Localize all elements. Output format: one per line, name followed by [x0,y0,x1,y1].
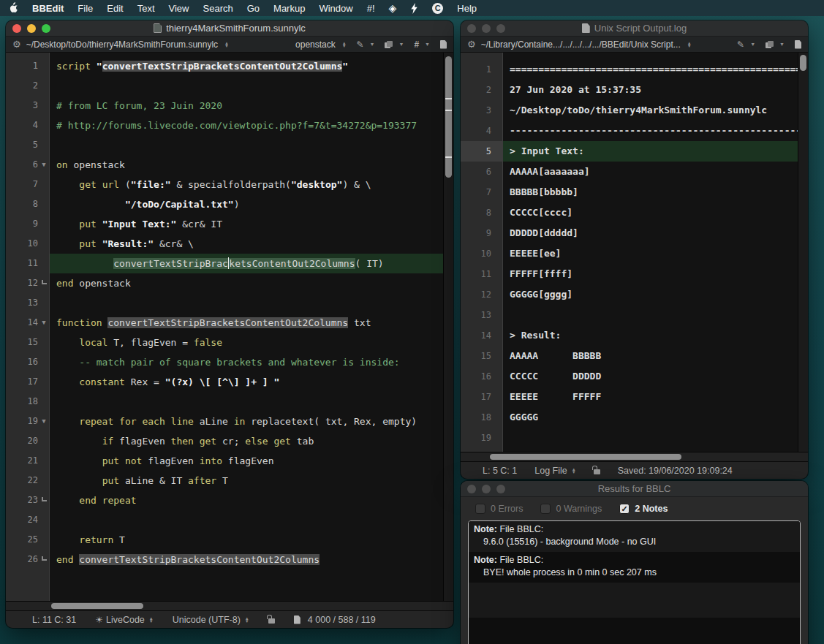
code-line[interactable]: 227 Jun 2020 at 15:37:35 [461,80,798,100]
code-line[interactable]: 17EEEEE FFFFF [461,387,798,407]
code-line[interactable]: 9 put "Input Text:" &cr& IT [6,214,443,234]
note-item[interactable]: Note: File BBLC:9.6.0 (15516) - backgrou… [469,521,800,552]
code-line[interactable]: 6▼on openstack [6,155,443,175]
unlocked-icon[interactable] [268,618,275,624]
code-line[interactable]: 22 put aLine & IT after T [6,471,443,490]
filter-checkbox-0-warnings[interactable]: 0 Warnings [540,504,602,514]
gear-icon[interactable]: ⚙ [12,39,21,50]
lightning-icon[interactable] [410,3,418,14]
fold-start-icon[interactable]: ▼ [38,313,50,333]
code-line[interactable]: 8 "/toDo/Capital.txt") [6,194,443,214]
scrollbar-thumb[interactable] [51,603,143,609]
menu-item-go[interactable]: Go [247,3,260,14]
language-popup[interactable]: ☀ LiveCode ▲▼ [95,615,154,625]
c-circle-icon[interactable]: C [432,3,443,14]
close-button[interactable] [12,24,21,33]
minimize-button[interactable] [27,24,36,33]
file-path-popup[interactable]: ~/Desktop/toDo/thierry4MarkSmithForum.su… [26,39,218,50]
code-line[interactable]: 12end openstack [6,273,443,293]
code-line[interactable]: 11 convertTextStripBracketsContentOut2Co… [6,254,443,273]
code-line[interactable]: 14▼function convertTextStripBracketsCont… [6,313,443,333]
menu-item-help[interactable]: Help [457,3,477,14]
hash-popup[interactable]: # [414,39,419,50]
menu-item-edit[interactable]: Edit [107,3,123,14]
code-line[interactable]: 20 if flagEven then get cr; else get tab [6,431,443,451]
code-line[interactable]: 4# http://forums.livecode.com/viewtopic.… [6,115,443,135]
dash-diamond-icon[interactable]: ◈ [389,2,397,14]
minimize-button[interactable] [482,24,491,33]
close-button[interactable] [467,485,476,493]
code-line[interactable]: 2 [6,76,443,96]
code-line[interactable]: 13 [461,305,798,325]
note-item[interactable]: Note: File BBLC:BYE! whole process in 0 … [469,552,800,583]
unlocked-icon[interactable] [594,469,600,474]
code-line[interactable]: 11FFFFF[ffff] [461,264,798,284]
close-button[interactable] [467,24,476,33]
apple-menu[interactable] [9,3,18,13]
new-document-icon[interactable] [795,40,801,49]
log-horizontal-scrollbar[interactable] [461,452,808,461]
results-titlebar[interactable]: Results for BBLC [461,481,808,497]
code-line[interactable]: 18GGGGG [461,407,798,428]
editor-horizontal-scrollbar[interactable] [6,601,453,610]
pencil-marker-icon[interactable]: ✎ [356,39,363,50]
code-line[interactable]: 23 end repeat [6,490,443,510]
code-line[interactable]: 4---------------------------------------… [461,121,798,141]
filter-checkbox-0-errors[interactable]: 0 Errors [475,504,523,514]
scrollbar-thumb[interactable] [490,454,681,460]
zoom-button[interactable] [42,24,50,33]
results-list[interactable]: Note: File BBLC:9.6.0 (15516) - backgrou… [468,520,801,644]
code-line[interactable]: 15 local T, flagEven = false [6,333,443,352]
code-line[interactable]: 6AAAAA[aaaaaaa] [461,162,798,182]
code-line[interactable]: 7BBBBB[bbbbb] [461,182,798,202]
fold-start-icon[interactable]: ▼ [38,412,50,431]
code-line[interactable]: 5> Input Text: [461,141,798,162]
code-line[interactable]: 1=======================================… [461,59,798,80]
zoom-button[interactable] [496,24,505,33]
fold-start-icon[interactable]: ▼ [38,155,50,175]
code-line[interactable]: 16CCCCC DDDDD [461,366,798,387]
code-line[interactable]: 24 [6,510,443,530]
code-line[interactable]: 14> Result: [461,325,798,346]
code-line[interactable]: 16 -- match pair of square brackets and … [6,352,443,372]
menu-item-markup[interactable]: Markup [273,3,305,14]
code-line[interactable]: 25 return T [6,530,443,550]
code-line[interactable]: 19▼ repeat for each line aLine in replac… [6,412,443,431]
code-line[interactable]: 8CCCCC[cccc] [461,202,798,223]
code-line[interactable]: 17 constant Rex = "(?x) \[ [^\] ]+ ] " [6,372,443,392]
code-line[interactable]: 13 [6,293,443,313]
code-line[interactable]: 18 [6,392,443,412]
code-line[interactable]: 26end convertTextStripBracketsContentOut… [6,550,443,569]
editor-vertical-scrollbar[interactable] [443,53,453,601]
scrollbar-thumb[interactable] [445,56,452,178]
code-line[interactable]: 9DDDDD[ddddd] [461,223,798,243]
code-line[interactable]: 3~/Desktop/toDo/thierry4MarkSmithForum.s… [461,100,798,121]
documents-icon[interactable] [385,41,393,48]
menu-item-view[interactable]: View [169,3,189,14]
menu-item-shebang[interactable]: #! [367,3,375,14]
code-line[interactable]: 1script "convertTextStripBracketsContent… [6,56,443,76]
log-vertical-scrollbar[interactable] [798,53,808,452]
encoding-popup[interactable]: Unicode (UTF-8) ▲▼ [173,615,249,625]
code-line[interactable]: 12GGGGG[gggg] [461,284,798,305]
editor-titlebar[interactable]: thierry4MarkSmithForum.sunnylc [6,20,453,37]
menu-item-window[interactable]: Window [319,3,352,14]
code-line[interactable]: 15AAAAA BBBBB [461,346,798,366]
menu-item-text[interactable]: Text [137,3,155,14]
documents-icon[interactable] [766,41,774,48]
filter-checkbox-2-notes[interactable]: ✓2 Notes [619,504,668,514]
filetype-popup[interactable]: Log File ▲▼ [534,466,575,476]
log-titlebar[interactable]: Unix Script Output.log [461,20,808,37]
function-popup[interactable]: openstack [295,39,336,50]
code-line[interactable]: 3# from LC forum, 23 Juin 2020 [6,96,443,115]
pencil-marker-icon[interactable]: ✎ [737,39,744,50]
code-line[interactable]: 7 get url ("file:" & specialfolderpath("… [6,175,443,194]
menu-item-bbedit[interactable]: BBEdit [32,3,64,14]
code-line[interactable]: 5 [6,135,443,155]
file-path-popup[interactable]: ~/Library/Containe.../.../.../.../.../BB… [481,39,681,50]
editor-text-area[interactable]: 1script "convertTextStripBracketsContent… [6,53,453,601]
minimize-button[interactable] [482,485,491,493]
code-line[interactable]: 10EEEEE[ee] [461,243,798,264]
scrollbar-thumb[interactable] [800,55,806,71]
code-line[interactable]: 21 put not flagEven into flagEven [6,451,443,471]
